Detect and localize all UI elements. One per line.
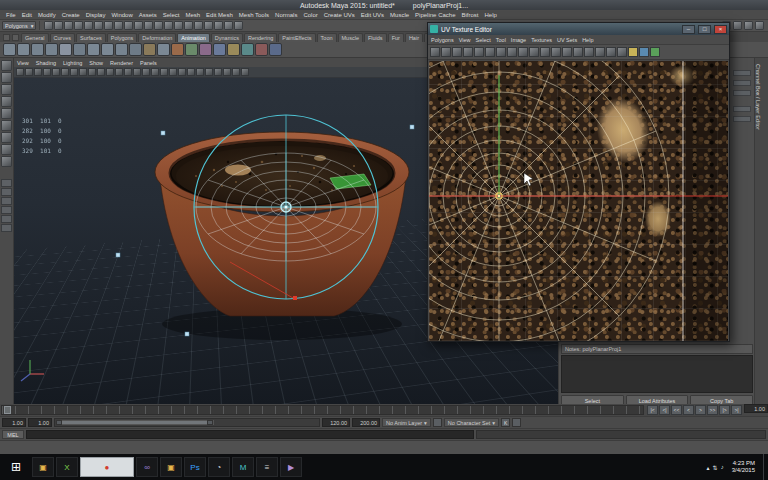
dim-image-icon[interactable] <box>606 47 616 57</box>
xray-icon[interactable] <box>223 68 231 76</box>
poly-sphere-icon[interactable] <box>3 43 16 56</box>
poly-pipe-icon[interactable] <box>115 43 128 56</box>
maya-icon[interactable]: M <box>232 457 254 477</box>
uv-menu-item[interactable]: Textures <box>531 37 552 43</box>
open-scene-icon[interactable] <box>54 21 63 30</box>
shelf-tab[interactable]: General <box>21 33 49 42</box>
media-player-icon[interactable]: ▶ <box>280 457 302 477</box>
sidebar-tool-settings-icon[interactable] <box>744 21 753 30</box>
poly-helix-icon[interactable] <box>129 43 142 56</box>
separate-icon[interactable] <box>255 43 268 56</box>
uv-menu-item[interactable]: View <box>459 37 471 43</box>
playback-start-field[interactable]: 1.00 <box>28 418 52 427</box>
universal-manipulator-icon[interactable] <box>1 132 12 143</box>
tile-display-icon[interactable] <box>650 47 660 57</box>
network-icon[interactable]: ⇅ <box>713 464 718 471</box>
combine-icon[interactable] <box>241 43 254 56</box>
command-line-language-toggle[interactable]: MEL <box>2 430 24 439</box>
visual-studio-icon[interactable]: ∞ <box>136 457 158 477</box>
poly-torus-icon[interactable] <box>73 43 86 56</box>
sidebar-attribute-editor-icon[interactable] <box>733 21 742 30</box>
menu-item[interactable]: Mesh Tools <box>236 12 272 18</box>
panel-menu-item[interactable]: Renderer <box>110 60 133 66</box>
bridge-icon[interactable] <box>227 43 240 56</box>
folder-icon[interactable]: ▣ <box>32 457 54 477</box>
menu-item[interactable]: Window <box>108 12 135 18</box>
sidebar-tab-channel-box[interactable]: Channel Box / Layer Editor <box>755 64 761 130</box>
shelf-tab[interactable]: Toon <box>317 33 337 42</box>
poly-plane-icon[interactable] <box>59 43 72 56</box>
play-forward-button[interactable]: > <box>695 405 706 415</box>
panel-menu-item[interactable]: Show <box>89 60 103 66</box>
uv-menu-item[interactable]: Select <box>475 37 490 43</box>
gamma-icon[interactable] <box>241 68 249 76</box>
image-viewer-icon[interactable]: ◔ <box>208 457 230 477</box>
center-of-interest-icon[interactable] <box>16 68 24 76</box>
select-by-object-icon[interactable] <box>104 21 113 30</box>
shelf-tab[interactable]: Surfaces <box>76 33 106 42</box>
poly-cube-icon[interactable] <box>17 43 30 56</box>
menu-item[interactable]: Bifrost <box>458 12 481 18</box>
uv-snapshot-icon[interactable] <box>639 47 649 57</box>
menu-item[interactable]: Muscle <box>387 12 412 18</box>
redo-icon[interactable] <box>84 21 93 30</box>
shelf-tab[interactable]: Rendering <box>244 33 277 42</box>
persp-uv-layout-icon[interactable] <box>1 224 12 232</box>
exposure-icon[interactable] <box>232 68 240 76</box>
last-tool-icon[interactable] <box>1 156 12 167</box>
close-button[interactable]: × <box>714 25 727 34</box>
construction-history-icon[interactable] <box>204 21 213 30</box>
snap-to-grid-icon[interactable] <box>124 21 133 30</box>
input-connections-icon[interactable] <box>184 21 193 30</box>
step-forward-key-button[interactable]: |> <box>719 405 730 415</box>
notes-header[interactable]: Notes: polyPlanarProj1 <box>561 344 753 354</box>
bookmark-icon[interactable] <box>34 68 42 76</box>
range-slider-bar[interactable] <box>56 420 214 425</box>
explorer-icon[interactable]: ▣ <box>160 457 182 477</box>
shelf-tab[interactable]: Polygons <box>107 33 138 42</box>
photoshop-icon[interactable]: Ps <box>184 457 206 477</box>
maximize-button[interactable]: □ <box>698 25 711 34</box>
animation-end-field[interactable]: 200.00 <box>352 418 380 427</box>
wireframe-icon[interactable] <box>133 68 141 76</box>
lights-icon[interactable] <box>160 68 168 76</box>
screen-space-ao-icon[interactable] <box>178 68 186 76</box>
isolate-select-icon[interactable] <box>214 68 222 76</box>
platonic-solids-icon[interactable] <box>157 43 170 56</box>
menu-item[interactable]: Modify <box>35 12 59 18</box>
view-grid-icon[interactable] <box>617 47 627 57</box>
step-forward-frame-button[interactable]: >> <box>707 405 718 415</box>
extrude-icon[interactable] <box>199 43 212 56</box>
shelf-tab[interactable]: Curves <box>50 33 75 42</box>
image-plane-icon[interactable] <box>43 68 51 76</box>
sidebar-channel-box-icon[interactable] <box>755 21 764 30</box>
texture-borders-icon[interactable] <box>562 47 572 57</box>
motion-blur-icon[interactable] <box>187 68 195 76</box>
shelf-tab[interactable]: Hair <box>405 33 423 42</box>
shaded-icon[interactable] <box>142 68 150 76</box>
titlebar[interactable]: Autodesk Maya 2015: untitled* polyPlanar… <box>0 0 768 10</box>
move-tool-icon[interactable] <box>1 96 12 107</box>
menu-item[interactable]: File <box>3 12 19 18</box>
gate-mask-icon[interactable] <box>97 68 105 76</box>
shelf-tab[interactable]: Fluids <box>364 33 387 42</box>
depth-of-field-icon[interactable] <box>205 68 213 76</box>
minimize-button[interactable]: – <box>682 25 695 34</box>
poly-cone-icon[interactable] <box>45 43 58 56</box>
select-tool-icon[interactable] <box>1 60 12 71</box>
make-live-icon[interactable] <box>174 21 183 30</box>
persp-graph-layout-icon[interactable] <box>1 206 12 214</box>
two-d-pan-zoom-icon[interactable] <box>52 68 60 76</box>
shadows-icon[interactable] <box>169 68 177 76</box>
time-slider[interactable] <box>1 405 644 415</box>
menu-item[interactable]: Display <box>83 12 109 18</box>
rotate-cw-icon[interactable] <box>463 47 473 57</box>
taskbar-clock[interactable]: 4:23 PM 3/4/2015 <box>728 460 759 474</box>
grease-pencil-icon[interactable] <box>61 68 69 76</box>
output-connections-icon[interactable] <box>194 21 203 30</box>
panel-menu-item[interactable]: Shading <box>36 60 56 66</box>
snap-to-point-icon[interactable] <box>144 21 153 30</box>
rotate-ccw-icon[interactable] <box>452 47 462 57</box>
move-sew-icon[interactable] <box>507 47 517 57</box>
uv-texture-checker-icon[interactable] <box>628 47 638 57</box>
